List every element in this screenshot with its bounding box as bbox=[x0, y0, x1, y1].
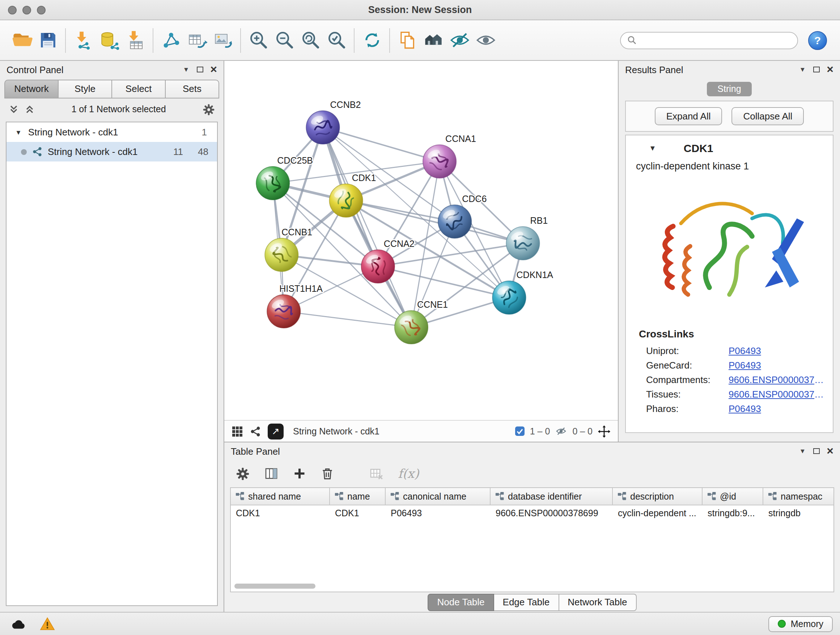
refresh-layout-button[interactable] bbox=[359, 24, 385, 56]
network-node-CCNB2[interactable] bbox=[306, 111, 339, 144]
zoom-in-button[interactable] bbox=[245, 24, 271, 56]
column-header-name[interactable]: name bbox=[330, 488, 386, 505]
expand-all-button[interactable]: Expand All bbox=[655, 107, 722, 125]
table-cell[interactable]: 9606.ENSP00000378699 bbox=[491, 505, 613, 523]
panel-close-icon[interactable]: × bbox=[827, 64, 834, 75]
network-row-selected[interactable]: String Network - cdk1 11 48 bbox=[6, 142, 217, 162]
cloud-status-button[interactable] bbox=[7, 616, 29, 632]
minimize-button[interactable] bbox=[22, 6, 31, 14]
save-session-button[interactable] bbox=[35, 24, 61, 56]
table-row[interactable]: CDK1CDK1P064939606.ENSP00000378699cyclin… bbox=[231, 505, 834, 523]
birdseye-grid-icon[interactable] bbox=[232, 425, 243, 437]
crosslink-link[interactable]: P06493 bbox=[729, 359, 761, 371]
network-node-CDC25B[interactable] bbox=[256, 166, 289, 200]
add-column-plus-icon[interactable] bbox=[293, 467, 306, 480]
table-cell[interactable]: stringdb bbox=[763, 505, 834, 523]
close-button[interactable] bbox=[8, 6, 17, 14]
column-header-database-identifier[interactable]: database identifier bbox=[491, 488, 613, 505]
network-canvas[interactable]: CCNB2CCNA1CDC25BCDK1CDC6RB1CCNB1CCNA2CDK… bbox=[224, 61, 618, 420]
network-node-CDC6[interactable] bbox=[438, 205, 471, 238]
table-settings-gear-icon[interactable] bbox=[236, 467, 249, 480]
network-edge[interactable] bbox=[284, 311, 411, 327]
copy-document-button[interactable] bbox=[394, 24, 420, 56]
network-node-RB1[interactable] bbox=[506, 226, 539, 260]
tab-select[interactable]: Select bbox=[112, 80, 166, 98]
tab-sets[interactable]: Sets bbox=[166, 80, 219, 98]
hide-selected-button[interactable] bbox=[447, 24, 472, 56]
panel-close-icon[interactable]: × bbox=[210, 64, 217, 75]
import-table-from-file-button[interactable] bbox=[122, 24, 148, 56]
tab-network[interactable]: Network bbox=[4, 80, 58, 98]
network-node-CDKN1A[interactable] bbox=[493, 281, 526, 314]
network-node-HIST1H1A[interactable] bbox=[267, 295, 300, 328]
zoom-selected-button[interactable] bbox=[324, 24, 349, 56]
selected-checkbox-icon[interactable] bbox=[515, 426, 525, 436]
panel-menu-icon[interactable]: ▼ bbox=[799, 66, 806, 73]
search-box[interactable] bbox=[620, 32, 798, 49]
column-header-shared-name[interactable]: shared name bbox=[231, 488, 330, 505]
gear-icon[interactable] bbox=[202, 103, 215, 116]
table-cell[interactable]: P06493 bbox=[386, 505, 491, 523]
pan-move-icon[interactable] bbox=[598, 424, 611, 438]
crosslink-link[interactable]: 9606.ENSP00000378699 bbox=[729, 374, 827, 385]
expand-all-icon[interactable] bbox=[25, 104, 35, 114]
show-all-button[interactable] bbox=[472, 24, 499, 56]
network-edge[interactable] bbox=[323, 127, 411, 327]
open-session-button[interactable] bbox=[9, 24, 35, 56]
memory-button[interactable]: Memory bbox=[768, 616, 833, 632]
tab-edge-table[interactable]: Edge Table bbox=[494, 593, 559, 611]
tab-string[interactable]: String bbox=[706, 82, 752, 96]
import-network-from-database-button[interactable] bbox=[96, 24, 122, 56]
panel-close-icon[interactable]: × bbox=[827, 445, 834, 457]
new-network-from-selection-button[interactable] bbox=[158, 24, 184, 56]
table-cell[interactable]: CDK1 bbox=[330, 505, 386, 523]
panel-menu-icon[interactable]: ▼ bbox=[183, 66, 189, 73]
network-node-CCNA2[interactable] bbox=[362, 250, 395, 283]
network-collection-row[interactable]: ▼ String Network - cdk1 1 bbox=[6, 122, 217, 142]
hidden-eye-slash-icon[interactable] bbox=[555, 426, 567, 437]
import-network-from-file-button[interactable] bbox=[70, 24, 96, 56]
network-node-CDK1[interactable] bbox=[330, 184, 363, 217]
home-button[interactable] bbox=[420, 24, 447, 56]
crosslink-link[interactable]: 9606.ENSP00000378699 bbox=[729, 388, 827, 399]
crosslink-link[interactable]: P06493 bbox=[729, 403, 761, 414]
network-graph[interactable]: CCNB2CCNA1CDC25BCDK1CDC6RB1CCNB1CCNA2CDK… bbox=[224, 61, 618, 420]
network-overview-icon[interactable] bbox=[249, 425, 261, 437]
table-cell[interactable]: CDK1 bbox=[231, 505, 330, 523]
delete-column-trash-icon[interactable] bbox=[321, 467, 334, 480]
horizontal-scrollbar[interactable] bbox=[233, 583, 831, 589]
warnings-button[interactable] bbox=[36, 616, 58, 632]
column-header-namespac[interactable]: namespac bbox=[763, 488, 834, 505]
gene-section-header[interactable]: ▼ CDK1 bbox=[626, 135, 833, 159]
show-columns-icon[interactable] bbox=[264, 466, 279, 481]
column-header--id[interactable]: @id bbox=[703, 488, 763, 505]
panel-menu-icon[interactable]: ▼ bbox=[799, 448, 806, 455]
collapse-all-icon[interactable] bbox=[9, 104, 19, 114]
panel-float-icon[interactable] bbox=[196, 67, 203, 73]
table-cell[interactable]: stringdb:9... bbox=[703, 505, 763, 523]
network-node-CCNA1[interactable] bbox=[423, 145, 456, 178]
network-node-CCNE1[interactable] bbox=[395, 310, 428, 344]
tab-style[interactable]: Style bbox=[58, 80, 112, 98]
scrollbar-thumb[interactable] bbox=[234, 584, 316, 589]
column-header-canonical-name[interactable]: canonical name bbox=[386, 488, 491, 505]
zoom-fit-button[interactable] bbox=[297, 24, 324, 56]
crosslink-link[interactable]: P06493 bbox=[729, 345, 761, 356]
collapse-all-button[interactable]: Collapse All bbox=[732, 107, 804, 125]
disclosure-triangle-icon[interactable]: ▼ bbox=[15, 128, 22, 136]
network-edge[interactable] bbox=[323, 127, 440, 162]
panel-float-icon[interactable] bbox=[813, 448, 819, 454]
column-header-description[interactable]: description bbox=[613, 488, 703, 505]
export-image-button[interactable] bbox=[210, 24, 236, 56]
network-node-CCNB1[interactable] bbox=[265, 238, 298, 272]
panel-float-icon[interactable] bbox=[813, 67, 819, 73]
tab-network-table[interactable]: Network Table bbox=[559, 593, 636, 611]
disclosure-triangle-icon[interactable]: ▼ bbox=[649, 144, 656, 152]
help-button[interactable]: ? bbox=[808, 31, 827, 50]
zoom-out-button[interactable] bbox=[271, 24, 297, 56]
zoom-button[interactable] bbox=[37, 6, 46, 14]
tab-node-table[interactable]: Node Table bbox=[428, 593, 494, 611]
open-in-browser-button[interactable]: ↗ bbox=[268, 423, 284, 439]
export-table-button[interactable] bbox=[184, 24, 210, 56]
table-cell[interactable]: cyclin-dependent ... bbox=[613, 505, 703, 523]
